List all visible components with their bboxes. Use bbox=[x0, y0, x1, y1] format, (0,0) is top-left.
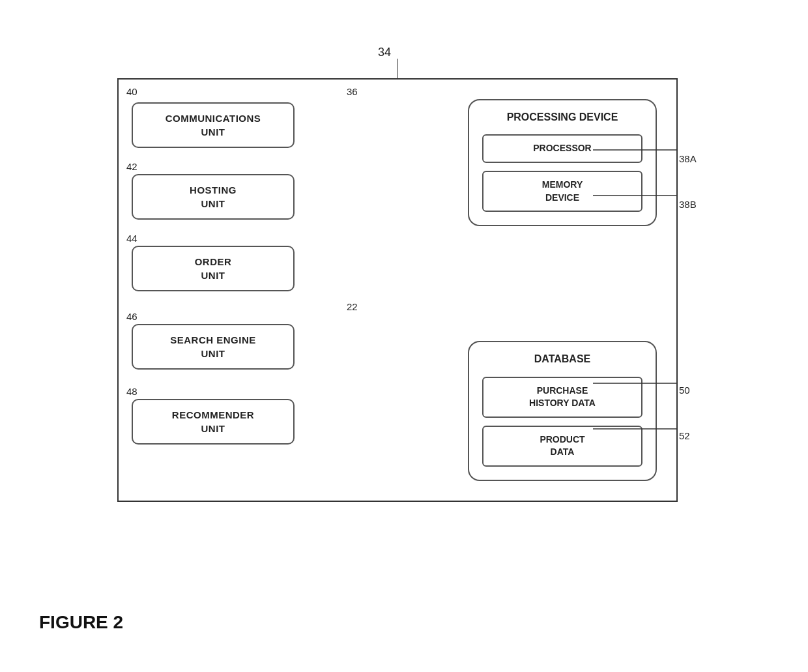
communications-unit-container: COMMUNICATIONSUNIT bbox=[132, 102, 295, 148]
figure-caption: FIGURE 2 bbox=[39, 612, 123, 633]
ref-52-line bbox=[593, 422, 684, 435]
ref-label-36: 36 bbox=[347, 86, 358, 97]
ref-38B-line bbox=[593, 189, 684, 202]
ref-label-46: 46 bbox=[126, 311, 137, 322]
ref-label-34: 34 bbox=[378, 46, 391, 59]
ref-label-44: 44 bbox=[126, 233, 137, 244]
ref-label-22: 22 bbox=[347, 301, 358, 312]
order-unit-container: ORDERUNIT bbox=[132, 246, 295, 291]
ref-label-40: 40 bbox=[126, 86, 137, 97]
hosting-unit-box: HOSTINGUNIT bbox=[132, 174, 295, 220]
ref-38A-line bbox=[593, 143, 684, 156]
processing-device-box: PROCESSING DEVICE PROCESSOR MEMORYDEVICE bbox=[468, 99, 657, 226]
ref-label-42: 42 bbox=[126, 161, 137, 172]
diagram-area: 34 40 COMMUNICATIONSUNIT 42 HOSTINGUNIT … bbox=[117, 39, 691, 508]
communications-unit-box: COMMUNICATIONSUNIT bbox=[132, 102, 295, 148]
recommender-unit-container: RECOMMENDERUNIT bbox=[132, 399, 295, 445]
order-unit-box: ORDERUNIT bbox=[132, 246, 295, 291]
database-box: DATABASE PURCHASEHISTORY DATA PRODUCTDAT… bbox=[468, 341, 657, 481]
search-engine-unit-box: SEARCH ENGINEUNIT bbox=[132, 324, 295, 370]
outer-box: 40 COMMUNICATIONSUNIT 42 HOSTINGUNIT 44 … bbox=[117, 78, 678, 502]
ref-50-line bbox=[593, 377, 684, 390]
hosting-unit-container: HOSTINGUNIT bbox=[132, 174, 295, 220]
processing-device-title: PROCESSING DEVICE bbox=[482, 110, 642, 124]
database-title: DATABASE bbox=[482, 352, 642, 366]
search-engine-unit-container: SEARCH ENGINEUNIT bbox=[132, 324, 295, 370]
ref-label-48: 48 bbox=[126, 386, 137, 397]
ref-34-connector bbox=[397, 59, 398, 78]
recommender-unit-box: RECOMMENDERUNIT bbox=[132, 399, 295, 445]
